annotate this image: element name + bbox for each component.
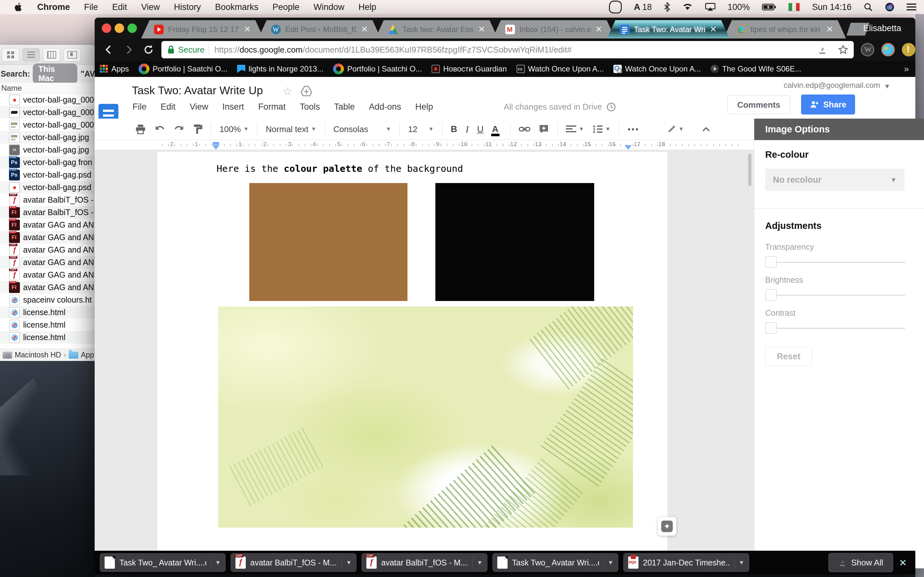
paragraph-style-select[interactable]: Normal text▼	[266, 124, 317, 134]
bookmark-item[interactable]: Новости Guardian	[431, 64, 507, 73]
forward-button[interactable]	[123, 44, 134, 55]
battery-icon[interactable]	[762, 3, 776, 11]
file-row[interactable]: vector-ball-gag_000	[0, 119, 95, 131]
file-row[interactable]: avatar BalbiT_fOS -	[0, 206, 95, 219]
file-row[interactable]: avatar GAG and ANI	[0, 243, 95, 256]
recolour-dropdown[interactable]: No recolour ▼	[765, 169, 905, 191]
file-row[interactable]: avatar GAG and ANI	[0, 281, 95, 293]
bold-button[interactable]: B	[451, 124, 457, 134]
browser-tab[interactable]: Inbox (154) - calvin.e✕	[493, 20, 615, 39]
more-toolbar-button[interactable]: •••	[628, 124, 639, 134]
save-status[interactable]: All changes saved in Drive	[504, 102, 616, 112]
finder-list-view-button[interactable]	[23, 48, 40, 61]
explore-button[interactable]: ✦	[658, 517, 676, 536]
input-language-flag-icon[interactable]	[788, 3, 800, 11]
alert-extension-icon[interactable]	[902, 43, 915, 56]
docs-menu-view[interactable]: View	[190, 102, 208, 112]
notification-center-icon[interactable]	[907, 3, 916, 11]
siri-icon[interactable]	[885, 2, 895, 12]
menu-people[interactable]: People	[272, 2, 299, 12]
download-caret-icon[interactable]: ▼	[604, 557, 614, 568]
path-segment-folder[interactable]: App	[81, 351, 94, 359]
transparency-track[interactable]	[765, 256, 906, 268]
brightness-track[interactable]	[765, 289, 906, 301]
finder-coverflow-view-button[interactable]	[63, 48, 81, 61]
download-caret-icon[interactable]: ▼	[473, 557, 483, 568]
first-line-indent-marker[interactable]	[213, 142, 219, 145]
tab-close-icon[interactable]: ✕	[361, 24, 368, 34]
share-button[interactable]: Share	[801, 95, 855, 114]
paint-format-button[interactable]	[193, 124, 202, 134]
address-bar[interactable]: Secure https://docs.google.com/document/…	[162, 41, 854, 58]
bookmark-item[interactable]: The Good Wife S06E...	[711, 64, 801, 73]
contrast-track[interactable]	[765, 322, 906, 334]
browser-tab[interactable]: Task two: Avatar Essa✕	[375, 20, 498, 39]
menu-edit[interactable]: Edit	[112, 2, 128, 12]
browser-tab[interactable]: Edit Post ‹ MoBbIt_fO✕	[258, 20, 381, 39]
download-page-icon[interactable]	[817, 45, 827, 55]
insert-comment-button[interactable]	[539, 124, 549, 134]
file-row[interactable]: vector-ball-gag_000	[0, 93, 95, 106]
reload-button[interactable]	[143, 44, 154, 55]
file-row[interactable]: license.html	[0, 319, 95, 331]
menu-bookmarks[interactable]: Bookmarks	[215, 2, 258, 12]
line-spacing-button[interactable]: ▼	[592, 125, 611, 134]
menu-help[interactable]: Help	[359, 2, 376, 12]
finder-column-view-button[interactable]	[43, 48, 60, 61]
menu-app-name[interactable]: Chrome	[37, 2, 70, 12]
adobe-cc-icon[interactable]: A	[634, 2, 640, 12]
docs-menu-tools[interactable]: Tools	[300, 102, 320, 112]
finder-icon-view-button[interactable]	[2, 48, 19, 61]
menu-history[interactable]: History	[174, 2, 201, 12]
url-text[interactable]: https://docs.google.com/document/d/1LBu3…	[214, 45, 812, 55]
colour-swatch-black[interactable]	[435, 183, 594, 301]
undo-button[interactable]	[154, 124, 165, 134]
finder-name-column-header[interactable]: Name	[0, 83, 95, 93]
download-item[interactable]: Task Two_ Avatar Wri....docx▼	[493, 553, 618, 572]
download-caret-icon[interactable]: ▼	[211, 557, 221, 568]
bookmark-item[interactable]: Portfolio | Saatchi O...	[333, 63, 422, 74]
file-row[interactable]: vector-ball-gag fron	[0, 156, 95, 169]
window-minimize-button[interactable]	[115, 23, 124, 33]
file-row[interactable]: vector-ball-gag.psd	[0, 169, 95, 181]
tab-close-icon[interactable]: ✕	[710, 24, 717, 34]
airplay-display-icon[interactable]	[705, 3, 716, 11]
download-item[interactable]: 2017 Jan-Dec Timeshe....pdf▼	[624, 553, 749, 572]
slider-handle[interactable]	[765, 322, 777, 334]
underline-button[interactable]: U	[477, 124, 483, 134]
account-email[interactable]: calvin.edp@googlemail.com	[783, 81, 880, 90]
file-row[interactable]: license.html	[0, 306, 95, 319]
browser-tab[interactable]: tipes of whips for kin✕	[724, 20, 846, 39]
spotlight-search-icon[interactable]	[864, 3, 873, 11]
slider-handle[interactable]	[765, 289, 777, 301]
ruler[interactable]: 21123456789101112131415161718	[95, 140, 754, 150]
tab-close-icon[interactable]: ✕	[826, 24, 833, 34]
document-scrollbar[interactable]	[748, 154, 751, 186]
downloads-close-icon[interactable]: ✕	[899, 557, 907, 568]
editing-mode-button[interactable]: ▼	[667, 125, 684, 134]
print-button[interactable]	[135, 124, 146, 134]
reset-button[interactable]: Reset	[765, 347, 812, 366]
insert-link-button[interactable]	[519, 125, 530, 134]
text-color-button[interactable]: A	[492, 124, 498, 134]
download-item[interactable]: avatar BalbiT_fOS - M....swf▼	[362, 553, 487, 572]
move-to-drive-icon[interactable]	[300, 85, 313, 97]
back-button[interactable]	[103, 44, 115, 55]
menu-file[interactable]: File	[84, 2, 98, 12]
slider-handle[interactable]	[765, 256, 777, 268]
docs-menu-add-ons[interactable]: Add-ons	[369, 102, 401, 112]
menu-view[interactable]: View	[141, 2, 160, 12]
browser-profile-name[interactable]: Elisabetta	[863, 23, 901, 33]
file-row[interactable]: vector-ball-gag.psd	[0, 181, 95, 193]
globe-extension-icon[interactable]	[881, 43, 895, 56]
zoom-select[interactable]: 100%▼	[220, 124, 249, 134]
account-caret-icon[interactable]: ▼	[884, 83, 890, 90]
bookmark-item[interactable]: lights in Norge 2013...	[237, 64, 323, 73]
path-segment-disk[interactable]: Macintosh HD	[15, 351, 61, 359]
docs-menu-insert[interactable]: Insert	[222, 102, 244, 112]
window-zoom-button[interactable]	[128, 23, 137, 33]
window-close-button[interactable]	[102, 23, 111, 33]
star-document-icon[interactable]: ☆	[283, 85, 292, 97]
bookmarks-overflow-chevron[interactable]: »	[904, 64, 909, 74]
bookmark-star-icon[interactable]	[838, 44, 849, 55]
